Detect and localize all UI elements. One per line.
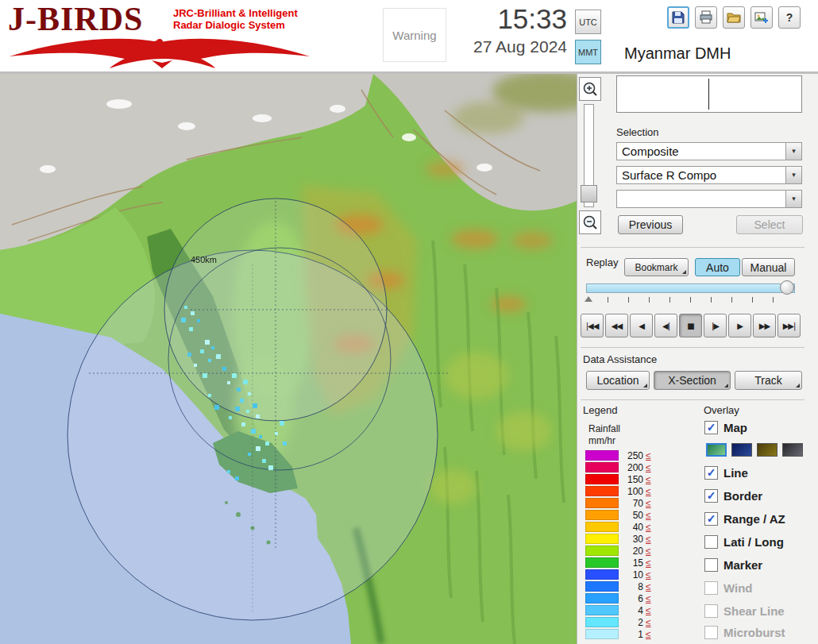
legend-operator[interactable]: ≤	[646, 569, 651, 580]
legend-operator[interactable]: ≤	[646, 462, 651, 473]
help-button[interactable]: ?	[778, 6, 801, 29]
overlay-item-range-az[interactable]: ✓Range / AZ	[704, 512, 785, 526]
playback-button-7[interactable]: ▶▶	[753, 314, 776, 337]
chevron-down-icon[interactable]: ▾	[785, 167, 801, 183]
checkbox-icon[interactable]	[704, 558, 718, 572]
select-button[interactable]: Select	[736, 215, 803, 234]
legend-operator[interactable]: ≤	[646, 629, 651, 640]
overlay-item-label: Line	[723, 466, 748, 480]
timezone-toggle: UTC MMT	[575, 10, 601, 70]
auto-mode-button[interactable]: Auto	[695, 258, 740, 276]
playback-button-8[interactable]: ▶▶|	[777, 314, 801, 337]
overlay-item-marker[interactable]: Marker	[704, 558, 762, 572]
legend-operator[interactable]: ≤	[646, 546, 651, 557]
legend-color-swatch	[585, 498, 619, 508]
timezone-mmt-button[interactable]: MMT	[575, 40, 601, 64]
overlay-item-shear-line[interactable]: Shear Line	[704, 604, 785, 618]
playback-button-3[interactable]: ◀|	[654, 314, 677, 337]
capture-button[interactable]	[750, 6, 773, 29]
playback-button-5[interactable]: |▶	[704, 314, 727, 337]
selection-label: Selection	[616, 126, 658, 138]
legend-value: 250	[622, 450, 643, 461]
overlay-item-lati-long[interactable]: Lati / Long	[704, 535, 784, 549]
legend-operator[interactable]: ≤	[646, 605, 651, 616]
eagle-logo-icon	[5, 37, 314, 68]
legend-operator[interactable]: ≤	[646, 486, 651, 497]
legend-row: 20≤	[585, 545, 651, 557]
playback-button-2[interactable]: ◀	[630, 314, 653, 337]
selection-dropdown-0[interactable]: Composite▾	[616, 142, 802, 160]
timeline-tick	[669, 297, 670, 303]
clock: 15:33 27 Aug 2024	[450, 3, 567, 56]
previous-button[interactable]: Previous	[618, 215, 683, 234]
overlay-item-microburst[interactable]: Microburst	[704, 626, 785, 639]
map-style-dark-navy[interactable]	[731, 443, 752, 457]
legend-color-swatch	[585, 546, 619, 556]
playback-button-0[interactable]: |◀◀	[581, 314, 604, 337]
checkbox-checked-icon[interactable]: ✓	[704, 421, 718, 434]
dropdown-value: Surface R Compo	[617, 167, 801, 183]
legend-row: 1≤	[585, 628, 651, 640]
legend-value: 10	[622, 569, 643, 580]
legend-operator[interactable]: ≤	[646, 450, 651, 461]
print-button[interactable]	[695, 6, 717, 29]
checkbox-icon[interactable]	[704, 581, 718, 595]
legend-operator[interactable]: ≤	[646, 534, 651, 545]
checkbox-checked-icon[interactable]: ✓	[704, 466, 718, 480]
clock-time: 15:33	[450, 3, 567, 35]
bookmark-button[interactable]: Bookmark	[624, 258, 689, 276]
timeline-handle[interactable]	[780, 280, 794, 295]
checkbox-icon[interactable]	[704, 535, 718, 549]
playback-button-4[interactable]: ■	[679, 314, 702, 337]
overlay-item-map[interactable]: ✓Map	[704, 421, 747, 434]
chevron-down-icon[interactable]: ▾	[785, 191, 801, 207]
playback-button-6[interactable]: ▶	[728, 314, 751, 337]
map-style-dark-olive[interactable]	[757, 443, 777, 457]
checkbox-checked-icon[interactable]: ✓	[704, 512, 718, 526]
legend-operator[interactable]: ≤	[646, 581, 651, 592]
timeline-tick	[773, 297, 774, 303]
chevron-down-icon[interactable]: ▾	[785, 143, 801, 160]
legend-operator[interactable]: ≤	[646, 510, 651, 521]
save-button[interactable]	[667, 6, 689, 29]
product-info-box[interactable]	[616, 75, 802, 113]
map-style-dark-gray[interactable]	[782, 443, 803, 457]
legend-operator[interactable]: ≤	[646, 498, 651, 509]
overlay-item-wind[interactable]: Wind	[704, 581, 753, 595]
checkbox-checked-icon[interactable]: ✓	[704, 489, 718, 503]
selection-dropdown-2[interactable]: ▾	[616, 190, 802, 208]
zoom-slider-thumb[interactable]	[581, 185, 597, 202]
overlay-item-border[interactable]: ✓Border	[704, 489, 762, 503]
manual-mode-button[interactable]: Manual	[742, 258, 795, 276]
radar-map-area[interactable]: 450km	[0, 74, 577, 644]
selection-dropdown-1[interactable]: Surface R Compo▾	[616, 166, 802, 184]
control-panel: Selection Composite▾Surface R Compo▾▾ Pr…	[577, 74, 818, 644]
checkbox-icon[interactable]	[704, 626, 718, 639]
data-assistance-x-section-button[interactable]: X-Section	[654, 371, 731, 390]
checkbox-icon[interactable]	[704, 604, 718, 618]
data-assistance-location-button[interactable]: Location	[586, 371, 650, 390]
open-file-button[interactable]	[723, 6, 745, 29]
legend-operator[interactable]: ≤	[646, 557, 651, 569]
legend-row: 15≤	[585, 557, 651, 569]
zoom-in-button[interactable]	[579, 77, 601, 101]
timezone-utc-button[interactable]: UTC	[575, 10, 601, 34]
replay-timeline[interactable]	[586, 283, 795, 293]
zoom-out-button[interactable]	[579, 210, 601, 234]
overlay-item-line[interactable]: ✓Line	[704, 466, 748, 480]
data-assistance-track-button[interactable]: Track	[735, 371, 802, 390]
legend-operator[interactable]: ≤	[646, 474, 651, 485]
weather-map[interactable]: 450km	[0, 74, 577, 644]
legend-operator[interactable]: ≤	[646, 522, 651, 533]
playback-button-1[interactable]: ◀◀	[605, 314, 628, 337]
legend-value: 50	[622, 510, 643, 521]
legend-color-swatch	[585, 605, 619, 615]
legend-operator[interactable]: ≤	[646, 593, 651, 604]
map-style-terrain-green[interactable]	[706, 443, 727, 457]
legend-color-swatch	[585, 557, 619, 568]
warning-indicator[interactable]: Warning	[383, 8, 446, 62]
legend-value: 2	[622, 617, 643, 628]
legend-operator[interactable]: ≤	[646, 617, 651, 628]
legend-row: 6≤	[585, 592, 651, 604]
legend-unit-line2: mm/hr	[588, 435, 615, 446]
